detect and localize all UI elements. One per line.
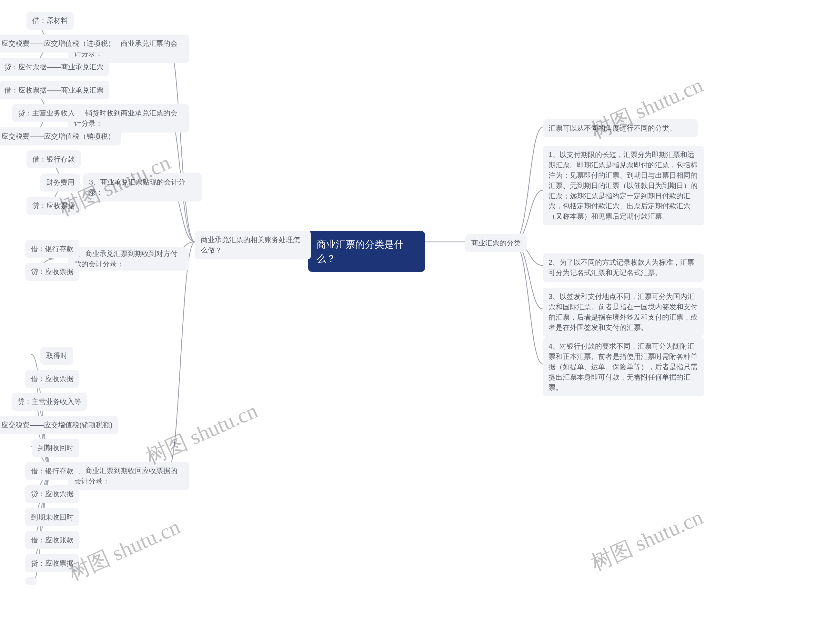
leaf-label: 借：应收票据: [31, 374, 74, 384]
leaf-label: 取得时: [46, 351, 67, 361]
right-child-4-label: 3、以签发和支付地点不同，汇票可分为国内汇票和国际汇票。前者是指在一国境内签发和…: [548, 291, 698, 333]
left-sub-2-leaf-2[interactable]: 贷：主营业务收入: [12, 104, 81, 122]
leaf-label: 借：银行存款: [32, 154, 75, 164]
leaf-label: 贷：应收票据: [32, 201, 75, 211]
right-child-5[interactable]: 4、对银行付款的要求不同，汇票可分为随附汇票和正本汇票。前者是指使用汇票时需附各…: [543, 337, 704, 396]
right-child-2[interactable]: 1、以支付期限的长短，汇票分为即期汇票和远期汇票。即期汇票是指见票即付的汇票，包…: [543, 146, 704, 225]
left-sub-5-leaf-5[interactable]: 到期收回时: [32, 439, 79, 457]
leaf-label: 借：原材料: [32, 15, 68, 26]
leaf-label: 贷：主营业务收入: [18, 108, 75, 118]
left-sub-5-leaf-11[interactable]: [25, 577, 37, 585]
left-sub-4-leaf-1[interactable]: 借：银行存款: [25, 240, 79, 258]
left-sub-5-leaf-6[interactable]: 借：银行存款: [25, 462, 79, 480]
right-child-3-label: 2、为了以不同的方式记录收款人为标准，汇票可分为记名式汇票和无记名式汇票。: [548, 257, 698, 278]
left-sub-5[interactable]: 5、商业汇票到期收回应收票据的会计分录：: [68, 462, 189, 490]
left-sub-5-label: 5、商业汇票到期收回应收票据的会计分录：: [74, 466, 183, 486]
center-node-label: 商业汇票的分类是什么？: [317, 237, 416, 265]
leaf-label: 贷：主营业务收入等: [17, 397, 81, 407]
right-child-1[interactable]: 汇票可以从不同的角度进行不同的分类。: [543, 119, 697, 137]
leaf-label: 借：应收票据——商业承兑汇票: [4, 85, 104, 96]
left-sub-2-label: 2、销货时收到商业承兑汇票的会计分录：: [74, 108, 183, 128]
left-sub-5-leaf-10[interactable]: 贷：应收票据: [25, 554, 79, 573]
left-sub-1-leaf-1[interactable]: 借：原材料: [26, 12, 74, 30]
left-sub-3-leaf-2[interactable]: 财务费用: [40, 173, 80, 192]
left-sub-3-leaf-3[interactable]: 贷：应收票据: [26, 197, 81, 215]
left-sub-3-leaf-1[interactable]: 借：银行存款: [26, 150, 81, 168]
watermark-3: 树图 shutu.cn: [64, 512, 185, 588]
leaf-label: 应交税费——应交增值税（销项税）: [1, 131, 115, 142]
leaf-label: 财务费用: [46, 177, 75, 188]
watermark-text: 树图 shutu.cn: [65, 515, 183, 585]
left-sub-4[interactable]: 4、商业承兑汇票到期收到对方付款的会计分录：: [68, 247, 189, 271]
leaf-label: 借：银行存款: [31, 244, 74, 254]
leaf-label: 借：应收账款: [31, 535, 74, 545]
left-sub-5-leaf-7[interactable]: 贷：应收票据: [25, 485, 79, 503]
left-sub-4-label: 4、商业承兑汇票到期收到对方付款的会计分录：: [74, 249, 183, 269]
watermark-text: 树图 shutu.cn: [142, 399, 261, 469]
left-sub-2-leaf-3[interactable]: 应交税费——应交增值税（销项税）: [0, 127, 121, 146]
watermark-2: 树图 shutu.cn: [141, 396, 262, 471]
leaf-label: 应交税费——应交增值税(销项税额): [1, 420, 113, 430]
left-sub-5-leaf-4[interactable]: 应交税费——应交增值税(销项税额): [0, 416, 118, 434]
left-sub-5-leaf-3[interactable]: 贷：主营业务收入等: [12, 393, 87, 411]
left-main-node[interactable]: 商业承兑汇票的相关账务处理怎么做？: [195, 231, 311, 259]
watermark-text: 树图 shutu.cn: [588, 505, 706, 575]
center-node[interactable]: 商业汇票的分类是什么？: [308, 231, 425, 272]
right-child-5-label: 4、对银行付款的要求不同，汇票可分为随附汇票和正本汇票。前者是指使用汇票时需附各…: [548, 341, 698, 392]
leaf-label: 贷：应付票据——商业承兑汇票: [4, 62, 104, 72]
leaf-label: 贷：应收票据: [31, 558, 74, 568]
right-child-1-label: 汇票可以从不同的角度进行不同的分类。: [548, 123, 676, 133]
left-sub-3[interactable]: 3、商业承兑汇票贴现的会计分录：: [83, 173, 202, 201]
right-child-3[interactable]: 2、为了以不同的方式记录收款人为标准，汇票可分为记名式汇票和无记名式汇票。: [543, 254, 704, 282]
left-sub-5-leaf-1[interactable]: 取得时: [40, 347, 73, 365]
left-sub-5-leaf-9[interactable]: 借：应收账款: [25, 531, 79, 549]
right-child-2-label: 1、以支付期限的长短，汇票分为即期汇票和远期汇票。即期汇票是指见票即付的汇票，包…: [548, 150, 698, 221]
left-sub-1-leaf-3[interactable]: 贷：应付票据——商业承兑汇票: [0, 58, 109, 76]
left-sub-5-leaf-2[interactable]: 借：应收票据: [25, 370, 79, 388]
leaf-label: 到期收回时: [38, 443, 74, 453]
mindmap-canvas: 商业汇票的分类是什么？ 商业汇票的分类 汇票可以从不同的角度进行不同的分类。 1…: [0, 0, 826, 644]
left-sub-4-leaf-2[interactable]: 贷：应收票据: [25, 263, 79, 281]
left-sub-5-leaf-8[interactable]: 到期未收回时: [25, 508, 79, 526]
left-sub-3-label: 3、商业承兑汇票贴现的会计分录：: [89, 177, 196, 198]
right-child-4[interactable]: 3、以签发和支付地点不同，汇票可分为国内汇票和国际汇票。前者是指在一国境内签发和…: [543, 288, 704, 337]
left-main-label: 商业承兑汇票的相关账务处理怎么做？: [201, 235, 305, 255]
right-main-node[interactable]: 商业汇票的分类: [465, 234, 526, 252]
leaf-label: 借：银行存款: [31, 466, 74, 476]
right-main-label: 商业汇票的分类: [471, 238, 521, 248]
leaf-label: 贷：应收票据: [31, 267, 74, 277]
leaf-label: 贷：应收票据: [31, 489, 74, 499]
left-sub-2-leaf-1[interactable]: 借：应收票据——商业承兑汇票: [0, 81, 109, 99]
leaf-label: 应交税费——应交增值税（进项税）: [1, 39, 115, 49]
leaf-label: 到期未收回时: [31, 512, 74, 522]
watermark-5: 树图 shutu.cn: [587, 503, 708, 578]
left-sub-1-leaf-2[interactable]: 应交税费——应交增值税（进项税）: [0, 34, 121, 53]
